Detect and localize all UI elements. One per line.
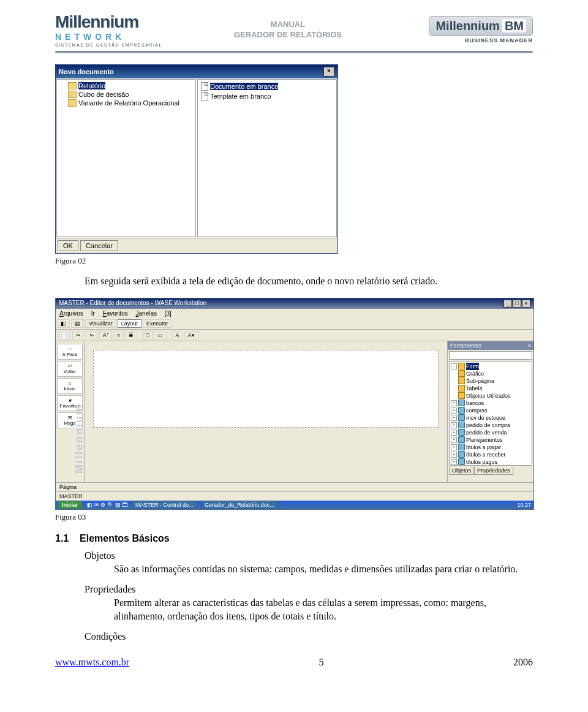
menu-item[interactable]: Favoritos <box>103 310 128 317</box>
maximize-icon[interactable]: □ <box>513 300 521 308</box>
footer-url[interactable]: www.mwts.com.br <box>55 657 129 668</box>
page-surface[interactable] <box>93 350 439 428</box>
dialog-right-list[interactable]: Documento em branco Template em branco <box>197 79 337 237</box>
figure-caption: Figura 03 <box>55 512 533 522</box>
collapse-icon[interactable]: − <box>451 363 457 369</box>
tree-item[interactable]: bancos <box>466 400 484 407</box>
close-icon[interactable]: × <box>528 343 531 349</box>
tree-item[interactable]: mov de estoque <box>466 414 505 422</box>
editor-title-text: MASTER - Editor de documentos - WASE Wor… <box>59 300 206 308</box>
document-icon <box>201 92 208 100</box>
chart-icon <box>458 370 465 377</box>
close-icon[interactable]: × <box>323 67 334 77</box>
tree-item[interactable]: Gráfico <box>466 370 484 377</box>
toolbar-button[interactable]: 📄 <box>57 331 71 339</box>
close-icon[interactable]: × <box>522 300 530 308</box>
nav-goto[interactable]: ↔Ir Para <box>57 344 83 360</box>
toolbar-button[interactable]: ▤ <box>71 319 84 328</box>
tree-item[interactable]: Variante de Relatório Operacional <box>78 99 179 107</box>
db-icon <box>458 429 465 436</box>
tree-item[interactable]: títulos pagos <box>466 458 497 466</box>
tab-objects[interactable]: Objetos <box>449 467 474 475</box>
dialog-title-text: Novo documento <box>59 68 114 75</box>
tree-item[interactable]: Cubo de decisão <box>78 91 129 98</box>
logo-millennium-network: Millennium NETWORK SISTEMAS DE GESTÃO EM… <box>55 12 184 47</box>
subheading-objetos: Objetos <box>85 550 533 561</box>
dialog-footer: OK Cancelar <box>56 238 337 253</box>
start-button[interactable]: Iniciar <box>58 501 82 509</box>
tree-item[interactable]: compras <box>466 407 488 414</box>
windows-taskbar: Iniciar ◧ ✉ ⚙ 🔍 ▧ 🗔 MASTER - Central do.… <box>56 501 533 509</box>
db-icon <box>458 458 465 465</box>
layout-button[interactable]: Layout <box>118 319 141 328</box>
tree-item[interactable]: Sub-página <box>466 377 494 385</box>
editor-menubar[interactable]: AArquivosrquivos Ir Favoritos Janelas [3… <box>56 309 533 318</box>
minimize-icon[interactable]: _ <box>503 300 512 308</box>
tree-item[interactable]: Objetos Utilizados <box>466 392 511 400</box>
expand-icon[interactable]: + <box>451 415 457 421</box>
expand-icon[interactable]: + <box>451 437 457 443</box>
toolbar-button[interactable]: A <box>172 331 183 339</box>
tree-item[interactable]: Form <box>466 363 479 370</box>
bm-logo-text: Millennium <box>435 19 499 32</box>
list-item[interactable]: Template em branco <box>210 93 271 100</box>
expand-icon[interactable]: + <box>451 407 457 414</box>
editor-canvas[interactable]: Millennium <box>87 344 445 480</box>
document-icon <box>201 82 208 91</box>
toolbar-button[interactable]: ≡ <box>113 331 124 339</box>
taskbar-item[interactable]: MASTER - Central do... <box>132 501 197 509</box>
dialog-left-tree[interactable]: Relatório Cubo de decisão Variante de Re… <box>56 79 196 237</box>
footer-year: 2006 <box>513 657 533 668</box>
expand-icon[interactable]: + <box>451 444 457 450</box>
paragraph: Permitem alterar as características das … <box>114 596 533 623</box>
editor-toolbar: ◧ ▤ Visualizar Layout Executar <box>56 318 533 330</box>
expand-icon[interactable]: + <box>451 400 457 406</box>
ok-button[interactable]: OK <box>58 240 78 251</box>
tree-item[interactable]: Relatório <box>78 82 105 89</box>
panel-dropdown[interactable] <box>449 351 532 360</box>
expand-icon[interactable]: + <box>451 452 457 458</box>
menu-item[interactable]: Janelas <box>136 310 157 317</box>
taskbar-item[interactable]: Gerador_de_Relatório.doc... <box>201 501 278 509</box>
new-document-dialog: Novo documento × Relatório Cubo de decis… <box>55 64 338 254</box>
view-button[interactable]: Visualizar <box>85 319 116 328</box>
logo-text: Millennium <box>55 12 184 32</box>
menu-item[interactable]: [3] <box>165 310 172 317</box>
tree-item[interactable]: pedido de venda <box>466 429 507 436</box>
execute-button[interactable]: Executar <box>143 319 172 328</box>
expand-icon[interactable]: + <box>451 422 457 428</box>
expand-icon[interactable]: + <box>451 459 457 465</box>
doc-title: MANUAL GERADOR DE RELATÓRIOS <box>184 20 392 40</box>
tree-item[interactable]: Planejamentos <box>466 436 503 444</box>
tree-item[interactable]: pedido de compra <box>466 422 510 429</box>
nav-home[interactable]: ⌂Início <box>57 378 83 394</box>
objects-tree[interactable]: −Form Gráfico Sub-página Tabela Objetos … <box>449 361 532 466</box>
doc-title-line1: MANUAL <box>184 20 392 30</box>
subpage-icon <box>458 377 465 384</box>
list-item[interactable]: Documento em branco <box>210 83 278 90</box>
tab-properties[interactable]: Propriedades <box>474 467 513 475</box>
paragraph: Em seguida será exibida a tela de edição… <box>85 275 533 288</box>
cancel-button[interactable]: Cancelar <box>80 240 118 251</box>
db-icon <box>458 407 465 414</box>
toolbar-button[interactable]: ≣ <box>125 331 137 339</box>
menu-item[interactable]: AArquivosrquivos <box>59 310 83 317</box>
nav-back[interactable]: ↩Voltar <box>57 361 83 377</box>
tree-item[interactable]: títulos a pagar <box>466 444 501 451</box>
toolbar-button[interactable]: Aꜛ <box>99 331 112 339</box>
toolbar-button[interactable]: □ <box>142 331 153 339</box>
toolbar-button[interactable]: A▾ <box>184 331 198 339</box>
toolbar-button[interactable]: ◧ <box>57 319 70 328</box>
tree-item[interactable]: Tabela <box>466 385 483 392</box>
expand-icon[interactable]: + <box>451 430 457 436</box>
toolbar-button[interactable]: ▭ <box>154 331 167 339</box>
tree-item[interactable]: títulos a receber <box>466 451 506 458</box>
folder-icon <box>68 82 77 89</box>
toolbar-button[interactable]: ×· <box>86 331 98 339</box>
toolbar-button[interactable]: ✂ <box>72 331 85 339</box>
window-buttons: _□× <box>503 300 530 308</box>
menu-item[interactable]: Ir <box>91 310 95 317</box>
figure-caption: Figura 02 <box>55 256 533 266</box>
editor-statusbar: Página <box>56 482 533 491</box>
header-divider <box>55 51 533 53</box>
